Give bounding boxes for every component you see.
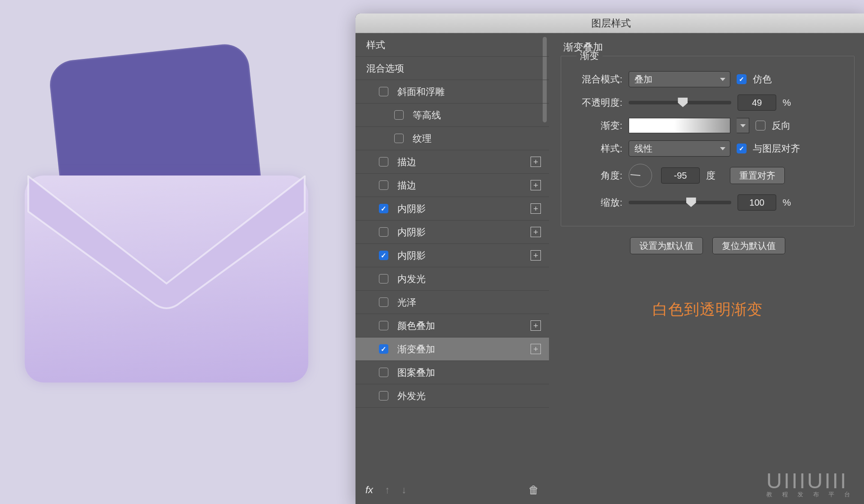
angle-unit: 度: [706, 169, 716, 182]
style-row-11[interactable]: 渐变叠加+: [356, 338, 549, 361]
scale-pct: %: [783, 197, 791, 208]
gradient-picker[interactable]: [629, 118, 730, 133]
style-label: 光泽: [397, 296, 416, 309]
align-label: 与图层对齐: [753, 142, 800, 155]
style-row-8[interactable]: 内发光: [356, 267, 549, 291]
add-effect-icon[interactable]: +: [531, 250, 541, 261]
style-label: 颜色叠加: [397, 320, 435, 332]
opacity-input[interactable]: 49: [738, 94, 776, 111]
style-label: 描边: [397, 179, 416, 192]
gradient-label: 渐变:: [569, 119, 622, 132]
opacity-label: 不透明度:: [569, 96, 622, 109]
add-effect-icon[interactable]: +: [531, 227, 541, 237]
make-default-button[interactable]: 设置为默认值: [630, 237, 703, 254]
mail-icon-preview: [16, 40, 317, 364]
blend-mode-select[interactable]: 叠加: [629, 71, 730, 87]
style-checkbox[interactable]: [379, 321, 388, 330]
style-label: 纹理: [413, 132, 432, 145]
gradient-fieldset: 渐变 混合模式: 叠加 仿色 不透明度: 49 % 渐变:: [561, 50, 855, 226]
style-checkbox[interactable]: [379, 344, 388, 354]
style-row-9[interactable]: 光泽: [356, 291, 549, 314]
move-up-icon[interactable]: ↑: [385, 484, 390, 496]
dialog-title: 图层样式: [356, 14, 864, 33]
options-panel: 渐变叠加 渐变 混合模式: 叠加 仿色 不透明度: 49 % 渐变:: [549, 33, 864, 504]
style-label: 图案叠加: [397, 366, 435, 379]
style-label: 等高线: [413, 109, 441, 122]
style-row-3[interactable]: 描边+: [356, 150, 549, 174]
gradient-dropdown[interactable]: [737, 118, 749, 133]
layer-style-dialog: 图层样式 样式 混合选项 斜面和浮雕等高线纹理描边+描边+内阴影+内阴影+内阴影…: [356, 14, 864, 504]
style-row-5[interactable]: 内阴影+: [356, 197, 549, 220]
blend-options-header[interactable]: 混合选项: [356, 57, 549, 80]
dither-checkbox[interactable]: [737, 74, 747, 84]
dither-label: 仿色: [753, 73, 772, 86]
style-label: 外发光: [397, 390, 426, 402]
style-checkbox[interactable]: [379, 391, 388, 400]
style-label: 斜面和浮雕: [397, 86, 445, 98]
move-down-icon[interactable]: ↓: [401, 484, 406, 496]
align-checkbox[interactable]: [737, 144, 747, 153]
add-effect-icon[interactable]: +: [531, 180, 541, 190]
angle-label: 角度:: [569, 169, 622, 182]
style-label: 内阴影: [397, 226, 426, 238]
add-effect-icon[interactable]: +: [531, 203, 541, 214]
add-effect-icon[interactable]: +: [531, 157, 541, 167]
styles-header[interactable]: 样式: [356, 33, 549, 57]
style-row-13[interactable]: 外发光: [356, 384, 549, 408]
trash-icon[interactable]: 🗑: [528, 484, 539, 496]
style-checkbox[interactable]: [379, 297, 388, 307]
group-legend: 渐变: [576, 50, 603, 62]
style-label: 内阴影: [397, 249, 426, 262]
style-checkbox[interactable]: [379, 180, 388, 190]
style-checkbox[interactable]: [379, 251, 388, 260]
reverse-label: 反向: [772, 119, 791, 132]
blend-mode-label: 混合模式:: [569, 73, 622, 86]
add-effect-icon[interactable]: +: [531, 344, 541, 354]
reverse-checkbox[interactable]: [756, 121, 765, 130]
style-checkbox[interactable]: [379, 274, 388, 284]
style-checkbox[interactable]: [379, 204, 388, 213]
opacity-slider[interactable]: [629, 101, 731, 104]
reset-default-button[interactable]: 复位为默认值: [712, 237, 785, 254]
style-checkbox[interactable]: [379, 87, 388, 96]
reset-align-button[interactable]: 重置对齐: [730, 167, 785, 184]
style-row-6[interactable]: 内阴影+: [356, 220, 549, 244]
opacity-pct: %: [783, 97, 791, 108]
list-footer: fx ↑ ↓ 🗑: [356, 479, 549, 501]
style-checkbox[interactable]: [394, 110, 404, 120]
style-checkbox[interactable]: [394, 134, 404, 143]
style-label: 样式:: [569, 142, 622, 155]
style-checkbox[interactable]: [379, 157, 388, 166]
style-row-7[interactable]: 内阴影+: [356, 244, 549, 267]
scale-label: 缩放:: [569, 196, 622, 209]
add-effect-icon[interactable]: +: [531, 320, 541, 331]
style-select[interactable]: 线性: [629, 140, 730, 157]
style-row-12[interactable]: 图案叠加: [356, 361, 549, 384]
fx-menu[interactable]: fx: [365, 484, 373, 496]
annotation-note: 白色到透明渐变: [561, 299, 855, 320]
style-label: 描边: [397, 156, 416, 168]
style-label: 内阴影: [397, 202, 426, 215]
mail-envelope: [25, 176, 308, 382]
angle-dial[interactable]: [629, 164, 652, 187]
scale-slider[interactable]: [629, 201, 731, 204]
style-label: 渐变叠加: [397, 343, 435, 356]
scale-input[interactable]: 100: [738, 194, 776, 211]
style-label: 内发光: [397, 273, 426, 285]
style-checkbox[interactable]: [379, 227, 388, 237]
style-row-4[interactable]: 描边+: [356, 174, 549, 197]
style-row-2[interactable]: 纹理: [356, 127, 549, 150]
styles-list: 样式 混合选项 斜面和浮雕等高线纹理描边+描边+内阴影+内阴影+内阴影+内发光光…: [356, 33, 549, 504]
style-row-1[interactable]: 等高线: [356, 104, 549, 127]
style-row-0[interactable]: 斜面和浮雕: [356, 80, 549, 104]
style-row-10[interactable]: 颜色叠加+: [356, 314, 549, 338]
watermark: UIIIUIII 教 程 发 布 平 台: [766, 468, 854, 499]
style-checkbox[interactable]: [379, 368, 388, 377]
angle-input[interactable]: -95: [661, 167, 700, 184]
